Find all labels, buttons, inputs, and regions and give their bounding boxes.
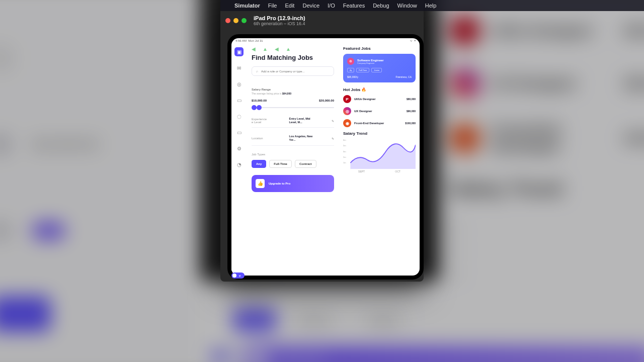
ipad-device-frame: 4:56 AM Mon Jul 31 ᯤ ▮ ▣ ✉ ◎ ▭ ◌ ▭ ⚙ ◔ ◀…: [227, 34, 424, 280]
filter-value: Entry Level, Mid Level, M...: [289, 117, 314, 124]
salary-trend-heading: Salary Trend: [343, 131, 416, 136]
featured-location: Francisco, CA: [396, 75, 412, 78]
zoom-window-button[interactable]: [242, 18, 247, 23]
hot-job-row[interactable]: ◎ UX Designer $96,000: [343, 107, 416, 115]
salary-slider[interactable]: [252, 105, 334, 110]
featured-heading: Featured Jobs: [343, 46, 416, 51]
menu-file[interactable]: File: [268, 3, 277, 9]
nav-drop-icon[interactable]: ◌: [234, 112, 244, 121]
search-icon: ⌕: [256, 69, 258, 73]
nav-briefcase-icon[interactable]: ▣: [234, 47, 244, 56]
minimize-window-button[interactable]: [233, 18, 238, 23]
pill-any[interactable]: Any: [252, 160, 266, 168]
hot-job-row[interactable]: P UI/Ux Designer $80,000: [343, 95, 416, 103]
macos-menubar: Simulator File Edit Device I/O Features …: [220, 0, 644, 11]
pill-contract[interactable]: Contract: [295, 160, 316, 168]
hot-job-salary: $96,000: [407, 110, 416, 113]
hot-job-salary: $80,000: [407, 98, 416, 101]
hot-jobs-heading: Hot Jobs 🔥: [343, 87, 416, 92]
featured-company: Company Engineer: [357, 62, 384, 64]
sidebar: ▣ ✉ ◎ ▭ ◌ ▭ ⚙ ◔: [231, 44, 247, 276]
upgrade-card[interactable]: 👍 Upgrade to Pro: [252, 175, 334, 192]
arrow-icon[interactable]: ▲: [286, 46, 291, 52]
chart-x-labels: SEPTOCT: [343, 170, 416, 173]
featured-tag: 4y: [347, 68, 354, 72]
arrow-icon[interactable]: ▲: [263, 46, 268, 52]
nav-target-icon[interactable]: ◎: [234, 79, 244, 88]
window-titlebar: iPad Pro (12.9-inch) 6th generation – iO…: [220, 11, 424, 30]
menu-window[interactable]: Window: [397, 3, 417, 9]
featured-salary: $65,000/y: [347, 75, 358, 78]
pill-fulltime[interactable]: Full-Time: [269, 160, 292, 168]
hot-job-title: UX Designer: [354, 110, 404, 113]
menubar-app[interactable]: Simulator: [234, 3, 260, 9]
ios-status-bar: 4:56 AM Mon Jul 31 ᯤ ▮: [231, 38, 420, 44]
salary-max: $20,000.00: [319, 99, 334, 102]
upgrade-icon: 👍: [256, 179, 265, 188]
upgrade-title: Upgrade to Pro: [269, 182, 290, 185]
dribbble-icon: ⊕: [347, 58, 354, 65]
filter-label: Experience e Level: [252, 118, 272, 124]
edit-icon[interactable]: ✎: [332, 137, 334, 140]
menu-debug[interactable]: Debug: [373, 3, 389, 9]
window-subtitle: 6th generation – iOS 16.4: [254, 21, 305, 26]
salary-range-label: Salary Range: [252, 88, 334, 91]
featured-tag: Junior: [371, 68, 382, 72]
nav-settings-icon[interactable]: ⚙: [234, 144, 244, 153]
close-window-button[interactable]: [225, 18, 230, 23]
filter-value: Los Angeles, New Yor...: [289, 135, 314, 142]
ubuntu-icon: ◉: [343, 119, 351, 127]
menu-edit[interactable]: Edit: [285, 3, 294, 9]
nav-folder-icon[interactable]: ▭: [234, 96, 244, 105]
salary-trend-chart: 6m5m3m2m1m: [343, 139, 416, 169]
menu-device[interactable]: Device: [302, 3, 319, 9]
status-icons: ᯤ ▮: [410, 39, 416, 43]
menu-features[interactable]: Features: [343, 3, 365, 9]
nav-mail-icon[interactable]: ✉: [234, 63, 244, 72]
status-time: 4:56 AM Mon Jul 31: [235, 39, 263, 43]
location-filter[interactable]: Location Los Angeles, New Yor... ✎: [252, 135, 334, 145]
slider-thumb-max[interactable]: [257, 105, 262, 110]
instagram-icon: ◎: [343, 107, 351, 115]
window-title: iPad Pro (12.9-inch): [254, 15, 305, 21]
ipad-screen: 4:56 AM Mon Jul 31 ᯤ ▮ ▣ ✉ ◎ ▭ ◌ ▭ ⚙ ◔ ◀…: [231, 38, 420, 276]
jobtypes-label: Job Types: [252, 153, 334, 156]
theme-toggle[interactable]: ☀: [231, 273, 245, 276]
right-column: Featured Jobs ⊕ Software Engineer Compan…: [339, 44, 420, 276]
edit-icon[interactable]: ✎: [332, 119, 334, 123]
slider-thumb-min[interactable]: [252, 105, 257, 110]
hot-job-row[interactable]: ◉ Front-End Developer $160,000: [343, 119, 416, 127]
salary-min: $10,000.00: [252, 99, 267, 102]
hot-job-title: UI/Ux Designer: [354, 98, 404, 101]
featured-job-card[interactable]: ⊕ Software Engineer Company Engineer 4y …: [343, 54, 416, 82]
search-input[interactable]: [261, 70, 330, 73]
main-column: ◀ ▲ ◀ ▲ Find Matching Jobs ⌕ Salary Rang…: [247, 44, 339, 276]
traffic-lights: [225, 18, 247, 23]
jobtype-pills: Any Full-Time Contract: [252, 160, 334, 168]
hot-job-salary: $160,000: [405, 122, 416, 125]
arrow-icon[interactable]: ◀: [252, 46, 256, 52]
nav-clock-icon[interactable]: ◔: [234, 160, 244, 169]
page-title: Find Matching Jobs: [252, 54, 334, 61]
nav-arrows: ◀ ▲ ◀ ▲: [252, 46, 334, 52]
experience-filter[interactable]: Experience e Level Entry Level, Mid Leve…: [252, 117, 334, 128]
featured-tag: Full Time: [356, 68, 369, 72]
hot-job-title: Front-End Developer: [354, 122, 402, 125]
arrow-icon[interactable]: ◀: [275, 46, 279, 52]
menu-io[interactable]: I/O: [328, 3, 335, 9]
salary-subtitle: The average listing price is $64,000: [252, 92, 334, 95]
filter-label: Location: [252, 137, 272, 140]
pinterest-icon: P: [343, 95, 351, 103]
menu-help[interactable]: Help: [425, 3, 437, 9]
nav-case-icon[interactable]: ▭: [234, 128, 244, 137]
search-field[interactable]: ⌕: [252, 66, 334, 76]
